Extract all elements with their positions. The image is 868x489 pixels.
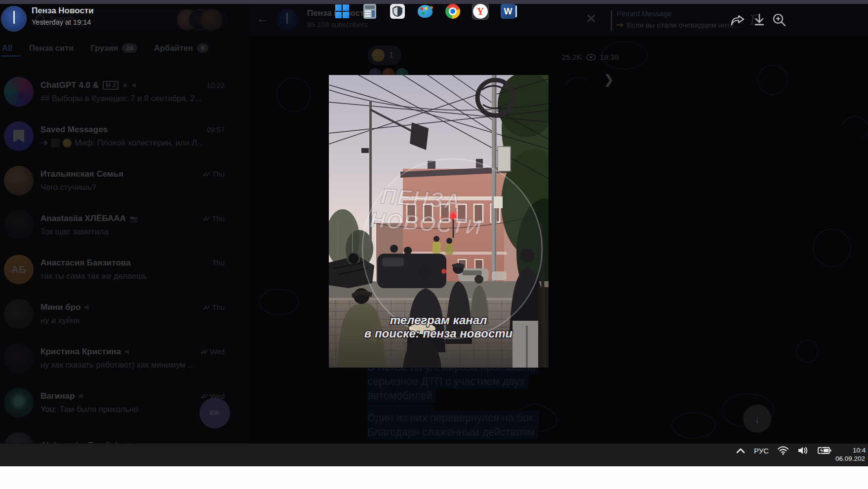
- viewer-channel-title: Пенза Новости: [32, 6, 94, 16]
- avatar: [4, 432, 34, 443]
- avatar-initials: АБ: [4, 255, 34, 284]
- chat-time: Thu: [212, 303, 225, 311]
- chat-list-item[interactable]: Мини бро ✓✓Thu ну и хуйня: [0, 292, 249, 336]
- tab-gruzia[interactable]: Грузия28: [90, 43, 137, 53]
- chat-time: Wed: [210, 348, 225, 356]
- you-prefix: You:: [40, 405, 56, 414]
- taskbar-icons: Y W: [334, 3, 516, 20]
- read-checks-icon: ✓✓: [200, 347, 210, 356]
- avatar-saved-messages: [4, 121, 34, 151]
- download-button[interactable]: [751, 12, 767, 30]
- reaction-count: 1: [389, 51, 394, 60]
- viewer-photo[interactable]: ПЕНЗА НОВОСТИ телеграм канал в поиске: п…: [329, 75, 549, 368]
- chat-list-item[interactable]: Saved Messages 09:57 Миф: Плохой холесте…: [0, 114, 249, 158]
- chat-name: ChatGPT 4.0 &: [40, 80, 99, 90]
- svg-text:телеграм канал: телеграм канал: [390, 313, 487, 327]
- avatar: [4, 343, 34, 373]
- camera-emoji: 📷: [130, 215, 138, 223]
- chat-name: Мини бро: [40, 302, 80, 312]
- chat-list-item[interactable]: ChatGPT 4.0 & M J ✳ 10:22 ## Выборы в Ку…: [0, 70, 249, 114]
- chat-list-item[interactable]: Итальянская Семья ✓✓Thu Чего стучишь?: [0, 158, 249, 203]
- wifi-icon[interactable]: [777, 446, 789, 455]
- forward-icon: [730, 12, 746, 28]
- chat-name: Вагинар: [40, 391, 75, 401]
- pinned-accent-bar: [611, 10, 612, 31]
- close-icon[interactable]: ✕: [586, 11, 597, 27]
- forward-button[interactable]: [730, 12, 746, 30]
- scroll-down-button[interactable]: ↓: [743, 405, 771, 433]
- thinking-emoji: [63, 139, 72, 148]
- zoom-in-icon: [771, 12, 787, 28]
- telegram-app: Search All Пенза сити Грузия28 Арбайтен9…: [0, 4, 868, 443]
- back-icon[interactable]: ←: [256, 11, 269, 26]
- chat-time: Thu: [212, 170, 225, 178]
- read-checks-icon: ✓✓: [202, 214, 212, 223]
- muted-icon: [84, 304, 91, 311]
- tab-arbeiten[interactable]: Арбайтен9: [154, 43, 208, 53]
- folder-tabs: All Пенза сити Грузия28 Арбайтен9: [0, 38, 251, 58]
- chat-list-item[interactable]: Anastasiia ХЛЁБААА 📷 ✓✓Thu Ток щас замет…: [0, 203, 249, 247]
- word-app[interactable]: W: [500, 3, 516, 20]
- channel-subscribers: 95 108 subscribers: [307, 21, 368, 29]
- chat-last-message: так ты сама так же делаешь: [40, 271, 147, 281]
- unread-badge: 28: [122, 43, 137, 53]
- chat-name: Итальянская Семья: [40, 169, 123, 179]
- system-tray: РУС: [736, 446, 831, 455]
- down-arrow-icon: ↓: [754, 411, 760, 426]
- avatar: [4, 210, 34, 240]
- message-meta: 25.2K 18:38: [562, 53, 619, 62]
- read-checks-icon: ✓✓: [202, 170, 212, 179]
- message-time: 18:38: [600, 53, 619, 62]
- volume-icon[interactable]: [797, 446, 809, 455]
- yandex-icon: Y: [473, 4, 488, 19]
- chat-time: 09:57: [207, 126, 225, 134]
- view-count: 25.2K: [562, 53, 582, 62]
- chat-name: Saved Messages: [40, 125, 108, 135]
- story-avatar[interactable]: [200, 9, 222, 31]
- chat-last-message: ## Выборы в Кузнецке: 7 и 8 сентября, 2.…: [40, 94, 201, 103]
- chat-last-message: ну и хуйня: [40, 316, 80, 325]
- read-checks-icon: ✓✓: [202, 303, 212, 312]
- chat-name: Кристина Кристина: [40, 347, 121, 357]
- tab-penza-city[interactable]: Пенза сити: [29, 43, 74, 53]
- avatar: [4, 77, 34, 107]
- watermark: ПЕНЗА НОВОСТИ: [362, 159, 542, 339]
- reaction-pill[interactable]: 1: [368, 45, 401, 65]
- viewer-channel-avatar[interactable]: [1, 6, 27, 32]
- battery-icon[interactable]: [818, 446, 831, 455]
- chat-list-item[interactable]: АБ Анастасия Баязитова Thu так ты сама т…: [0, 247, 249, 292]
- language-indicator[interactable]: РУС: [754, 447, 769, 455]
- chat-time: Thu: [212, 259, 225, 267]
- zoom-in-button[interactable]: [771, 12, 787, 30]
- calculator-app[interactable]: [361, 3, 378, 20]
- muted-icon: [79, 393, 85, 400]
- clock-time[interactable]: 10:4: [853, 447, 866, 454]
- brush-icon: [430, 5, 434, 9]
- forwarded-icon: [40, 140, 48, 146]
- pencil-icon: ✏: [209, 406, 220, 421]
- pinned-message-label[interactable]: Pinned Message: [617, 9, 672, 18]
- shield-icon: [390, 4, 405, 19]
- new-message-button[interactable]: ✏: [199, 398, 230, 428]
- chevron-right-icon[interactable]: ❯: [603, 72, 614, 87]
- arrow-emoji: [617, 23, 624, 28]
- chat-list-item[interactable]: Кристина Кристина ✓✓Wed ну как сказать р…: [0, 336, 249, 380]
- chat-last-message: Там было прикольно: [59, 405, 138, 414]
- chat-time: 10:22: [207, 81, 225, 89]
- svg-text:в поиске: пенза новости: в поиске: пенза новости: [364, 327, 513, 340]
- channel-avatar-small[interactable]: [276, 9, 298, 31]
- chrome-icon: [445, 4, 460, 19]
- thinking-emoji: [372, 49, 385, 62]
- paint-app[interactable]: [417, 3, 434, 20]
- tray-chevron-up-icon[interactable]: [736, 447, 746, 454]
- pinned-message-preview[interactable]: Если вы стали очевидцем инте...: [617, 21, 745, 29]
- photo-thumbnail: [51, 139, 60, 148]
- tab-all[interactable]: All: [2, 43, 12, 53]
- clock-date[interactable]: 06.09.202: [835, 455, 865, 462]
- chrome-app[interactable]: [444, 3, 461, 20]
- chat-last-message: Миф: Плохой холестерин, или Л...: [75, 138, 204, 148]
- antivirus-app[interactable]: [389, 3, 406, 20]
- chat-name: Anastasiia ХЛЁБААА: [40, 214, 126, 224]
- start-button[interactable]: [334, 3, 351, 20]
- yandex-browser-app[interactable]: Y: [472, 3, 489, 20]
